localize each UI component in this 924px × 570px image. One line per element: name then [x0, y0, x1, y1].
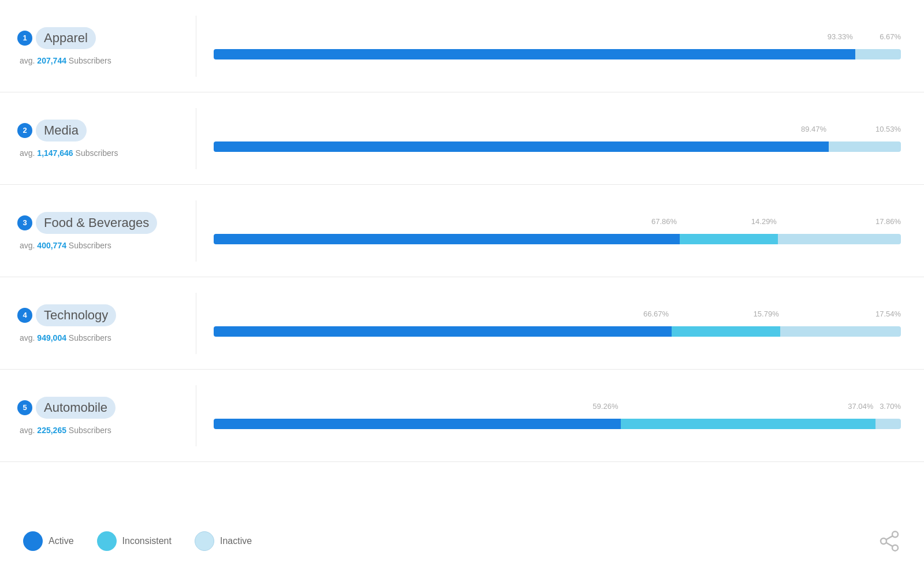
bar-inactive [855, 49, 901, 59]
bar-inconsistent [621, 419, 875, 429]
svg-point-0 [892, 531, 898, 537]
category-right-panel: 66.67%15.79%17.54% [196, 300, 924, 346]
inconsistent-pct-label: 15.79% [754, 310, 779, 318]
rank-circle: 1 [17, 31, 32, 46]
inactive-pct-label: 17.86% [875, 217, 901, 226]
category-right-panel: 59.26%37.04%3.70% [196, 393, 924, 438]
category-left-panel: 3Food & Beveragesavg. 400,774 Subscriber… [0, 200, 196, 262]
bar-wrapper [214, 141, 901, 152]
subscribers-line: avg. 1,147,646 Subscribers [17, 148, 178, 158]
bar-active [214, 234, 680, 244]
legend-item-active: Active [23, 531, 74, 551]
active-pct-label: 66.67% [643, 310, 669, 318]
bar-inconsistent [672, 326, 780, 337]
active-pct-label: 67.86% [651, 217, 677, 226]
subscribers-line: avg. 207,744 Subscribers [17, 56, 178, 65]
svg-point-1 [881, 538, 886, 544]
svg-point-2 [892, 545, 898, 551]
inconsistent-pct-label: 14.29% [751, 217, 777, 226]
svg-line-4 [886, 536, 892, 540]
bar-inactive [778, 234, 901, 244]
svg-line-3 [886, 543, 892, 547]
chart-container: 1Apparelavg. 207,744 Subscribers93.33%6.… [0, 0, 924, 570]
bar-active [214, 326, 672, 337]
category-left-panel: 1Apparelavg. 207,744 Subscribers [0, 16, 196, 77]
bar-inactive [875, 419, 901, 429]
category-right-panel: 89.47%10.53% [196, 116, 924, 161]
bar-inactive [829, 141, 901, 152]
inactive-pct-label: 3.70% [880, 402, 901, 411]
category-name: Technology [36, 304, 116, 326]
category-name: Food & Beverages [36, 212, 157, 234]
subscribers-count: 949,004 [37, 333, 66, 342]
legend-item-inconsistent: Inconsistent [97, 531, 172, 551]
bar-inconsistent [680, 234, 778, 244]
category-badge: 1Apparel [17, 27, 178, 49]
inactive-pct-label: 6.67% [880, 32, 901, 41]
legend-label-inconsistent: Inconsistent [122, 536, 172, 546]
category-right-panel: 67.86%14.29%17.86% [196, 208, 924, 254]
subscribers-count: 400,774 [37, 241, 66, 250]
category-row: 4Technologyavg. 949,004 Subscribers66.67… [0, 277, 924, 370]
category-row: 5Automobileavg. 225,265 Subscribers59.26… [0, 370, 924, 462]
category-left-panel: 2Mediaavg. 1,147,646 Subscribers [0, 108, 196, 169]
category-badge: 3Food & Beverages [17, 212, 178, 234]
legend-item-inactive: Inactive [195, 531, 252, 551]
rank-circle: 3 [17, 215, 32, 230]
bar-active [214, 419, 621, 429]
subscribers-line: avg. 400,774 Subscribers [17, 241, 178, 250]
legend-circle-inactive [195, 531, 214, 551]
inactive-pct-label: 17.54% [875, 310, 901, 318]
rank-circle: 4 [17, 308, 32, 323]
category-row: 3Food & Beveragesavg. 400,774 Subscriber… [0, 185, 924, 277]
category-name: Media [36, 120, 87, 141]
bar-inactive [780, 326, 901, 337]
category-badge: 5Automobile [17, 397, 178, 419]
bar-wrapper [214, 49, 901, 59]
category-badge: 4Technology [17, 304, 178, 326]
category-right-panel: 93.33%6.67% [196, 23, 924, 69]
category-name: Automobile [36, 397, 116, 419]
bar-active [214, 49, 855, 59]
category-left-panel: 4Technologyavg. 949,004 Subscribers [0, 293, 196, 354]
subscribers-count: 225,265 [37, 426, 66, 435]
bar-wrapper [214, 234, 901, 244]
bar-wrapper [214, 326, 901, 337]
category-left-panel: 5Automobileavg. 225,265 Subscribers [0, 385, 196, 446]
category-row: 2Mediaavg. 1,147,646 Subscribers89.47%10… [0, 92, 924, 185]
subscribers-line: avg. 949,004 Subscribers [17, 333, 178, 342]
legend-circle-inconsistent [97, 531, 117, 551]
rank-circle: 5 [17, 400, 32, 415]
active-pct-label: 89.47% [801, 125, 826, 133]
active-pct-label: 59.26% [593, 402, 618, 411]
legend-row: ActiveInconsistentInactive [0, 512, 924, 570]
legend-label-inactive: Inactive [220, 536, 252, 546]
subscribers-count: 1,147,646 [37, 148, 73, 158]
category-badge: 2Media [17, 120, 178, 141]
category-name: Apparel [36, 27, 96, 49]
bar-active [214, 141, 829, 152]
active-pct-label: 93.33% [828, 32, 853, 41]
inactive-pct-label: 10.53% [875, 125, 901, 133]
legend-circle-active [23, 531, 43, 551]
inconsistent-pct-label: 37.04% [848, 402, 873, 411]
legend-label-active: Active [49, 536, 74, 546]
rank-circle: 2 [17, 123, 32, 138]
bar-wrapper [214, 419, 901, 429]
subscribers-line: avg. 225,265 Subscribers [17, 426, 178, 435]
subscribers-count: 207,744 [37, 56, 66, 65]
category-row: 1Apparelavg. 207,744 Subscribers93.33%6.… [0, 0, 924, 92]
share-icon[interactable] [878, 530, 901, 553]
